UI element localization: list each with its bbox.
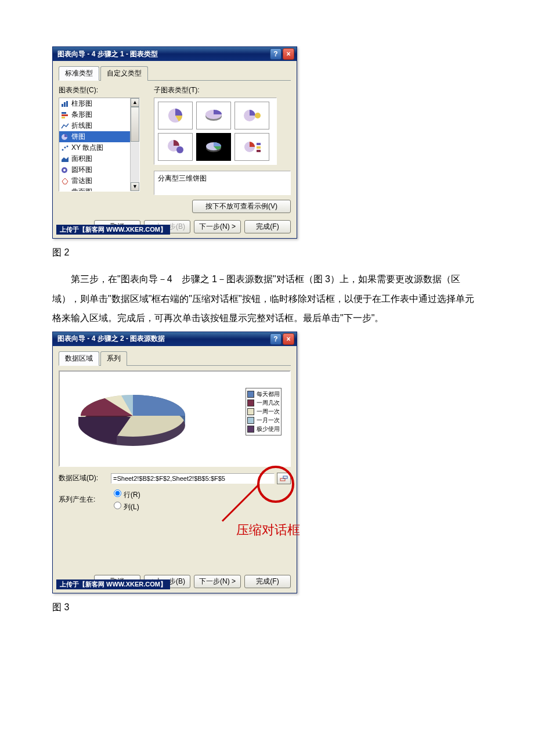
subtype-thumb[interactable] bbox=[234, 133, 269, 161]
subtype-label: 子图表类型(T): bbox=[154, 85, 291, 95]
annotation-label: 压缩对话框 bbox=[236, 521, 300, 539]
chart-type-label: 图表类型(C): bbox=[59, 85, 146, 95]
donut-chart-icon bbox=[61, 167, 69, 174]
surface-chart-icon bbox=[61, 189, 69, 192]
chart-preview: 每天都用 一周几次 一周一次 一月一次 极少使用 bbox=[59, 370, 291, 467]
list-item: 面积图 bbox=[59, 153, 139, 164]
svg-point-18 bbox=[255, 113, 261, 118]
list-item: 条形图 bbox=[59, 109, 139, 120]
scroll-up-icon[interactable]: ▲ bbox=[131, 98, 139, 107]
series-in-label: 系列产生在: bbox=[59, 495, 111, 505]
legend-swatch bbox=[247, 417, 254, 424]
dialog1-footer: 上传于【新客网 WWW.XKER.COM】 取消 < 上一步(B) 下一步(N)… bbox=[53, 217, 297, 238]
data-range-input[interactable] bbox=[111, 473, 275, 484]
finish-button[interactable]: 完成(F) bbox=[244, 575, 291, 588]
subtype-thumb[interactable] bbox=[158, 102, 193, 129]
subtype-description: 分离型三维饼图 bbox=[154, 171, 291, 195]
chart-wizard-step2-dialog: 图表向导 - 4 步骤之 2 - 图表源数据 ? × 数据区域 系列 每天都用 bbox=[52, 332, 297, 593]
legend-swatch bbox=[247, 426, 254, 433]
press-hold-sample-button[interactable]: 按下不放可查看示例(V) bbox=[192, 200, 291, 213]
pie-chart-icon bbox=[61, 134, 69, 141]
finish-button[interactable]: 完成(F) bbox=[244, 220, 291, 233]
svg-rect-3 bbox=[62, 112, 66, 114]
svg-rect-0 bbox=[62, 104, 63, 107]
subtype-thumb-selected[interactable] bbox=[196, 133, 231, 161]
series-rows-radio[interactable] bbox=[114, 489, 121, 497]
scatter-chart-icon bbox=[61, 145, 69, 152]
list-item-selected: 饼图 bbox=[59, 131, 139, 142]
svg-rect-1 bbox=[64, 102, 66, 107]
dialog1-titlebar[interactable]: 图表向导 - 4 步骤之 1 - 图表类型 ? × bbox=[53, 47, 297, 61]
list-item: 折线图 bbox=[59, 120, 139, 131]
svg-point-7 bbox=[62, 149, 64, 150]
close-icon[interactable]: × bbox=[283, 333, 294, 345]
subtype-grid bbox=[154, 98, 277, 165]
next-button[interactable]: 下一步(N) > bbox=[194, 220, 241, 233]
collapse-dialog-icon bbox=[280, 475, 288, 482]
subtype-thumb[interactable] bbox=[196, 102, 231, 129]
dialog2-footer: 上传于【新客网 WWW.XKER.COM】 取消 < 上一步(B) 下一步(N)… bbox=[53, 571, 297, 593]
list-item: 雷达图 bbox=[59, 175, 139, 186]
line-chart-icon bbox=[61, 123, 69, 129]
svg-marker-10 bbox=[62, 157, 68, 162]
svg-point-12 bbox=[63, 169, 66, 171]
svg-rect-25 bbox=[257, 146, 261, 149]
radar-chart-icon bbox=[61, 178, 69, 185]
chart-wizard-step1-dialog: 图表向导 - 4 步骤之 1 - 图表类型 ? × 标准类型 自定义类型 图表类… bbox=[52, 46, 297, 239]
watermark: 上传于【新客网 WWW.XKER.COM】 bbox=[56, 225, 170, 235]
dialog2-title: 图表向导 - 4 步骤之 2 - 图表源数据 bbox=[57, 334, 269, 344]
help-icon[interactable]: ? bbox=[270, 333, 282, 345]
chart-type-listbox[interactable]: 柱形图 条形图 折线图 饼图 XY 散点图 面积图 圆环图 雷达图 曲面图 ▲ … bbox=[59, 98, 140, 192]
dialog2-titlebar[interactable]: 图表向导 - 4 步骤之 2 - 图表源数据 ? × bbox=[53, 332, 297, 346]
listbox-scrollbar[interactable]: ▲ ▼ bbox=[130, 98, 139, 191]
svg-rect-5 bbox=[62, 117, 65, 118]
help-icon[interactable]: ? bbox=[270, 48, 282, 60]
tab-series[interactable]: 系列 bbox=[100, 351, 127, 366]
watermark: 上传于【新客网 WWW.XKER.COM】 bbox=[56, 579, 170, 589]
svg-point-8 bbox=[64, 146, 66, 148]
column-chart-icon bbox=[61, 100, 69, 107]
list-item: XY 散点图 bbox=[59, 142, 139, 153]
figure3-caption: 图 3 bbox=[52, 602, 482, 614]
pie-preview-icon bbox=[63, 375, 226, 456]
svg-point-20 bbox=[176, 146, 183, 153]
subtype-thumb[interactable] bbox=[158, 133, 193, 161]
svg-rect-2 bbox=[66, 101, 68, 107]
dialog1-tabstrip: 标准类型 自定义类型 bbox=[59, 66, 291, 81]
bar-chart-icon bbox=[61, 111, 69, 118]
tab-data-range[interactable]: 数据区域 bbox=[59, 351, 99, 366]
figure2-caption: 图 2 bbox=[52, 247, 482, 259]
tab-custom-types[interactable]: 自定义类型 bbox=[100, 66, 148, 81]
next-button[interactable]: 下一步(N) > bbox=[194, 575, 241, 588]
dialog2-tabstrip: 数据区域 系列 bbox=[59, 351, 291, 366]
svg-marker-13 bbox=[62, 178, 68, 184]
chart-legend: 每天都用 一周几次 一周一次 一月一次 极少使用 bbox=[246, 388, 282, 435]
close-icon[interactable]: × bbox=[283, 48, 294, 60]
legend-swatch bbox=[247, 408, 254, 415]
instruction-paragraph: 第三步，在"图表向导－4 步骤之 1－图表源数据"对话框（图 3）上，如果需要更… bbox=[52, 269, 482, 328]
scroll-down-icon[interactable]: ▼ bbox=[131, 182, 139, 191]
series-cols-radio[interactable] bbox=[114, 502, 121, 509]
legend-swatch bbox=[247, 391, 254, 398]
svg-rect-4 bbox=[62, 114, 68, 116]
svg-rect-26 bbox=[257, 150, 261, 152]
dialog1-title: 图表向导 - 4 步骤之 1 - 图表类型 bbox=[57, 49, 269, 59]
scroll-thumb[interactable] bbox=[131, 107, 139, 142]
svg-rect-29 bbox=[280, 478, 285, 481]
area-chart-icon bbox=[61, 156, 69, 163]
list-item: 圆环图 bbox=[59, 164, 139, 175]
data-range-label: 数据区域(D): bbox=[59, 473, 111, 483]
collapse-dialog-button[interactable] bbox=[277, 473, 291, 484]
legend-swatch bbox=[247, 399, 254, 406]
tab-standard-types[interactable]: 标准类型 bbox=[59, 66, 99, 81]
list-item: 柱形图 bbox=[59, 98, 139, 109]
svg-rect-30 bbox=[283, 476, 287, 478]
svg-rect-24 bbox=[257, 143, 261, 145]
subtype-thumb[interactable] bbox=[234, 102, 269, 129]
list-item: 曲面图 bbox=[59, 186, 139, 192]
svg-point-9 bbox=[67, 145, 68, 147]
